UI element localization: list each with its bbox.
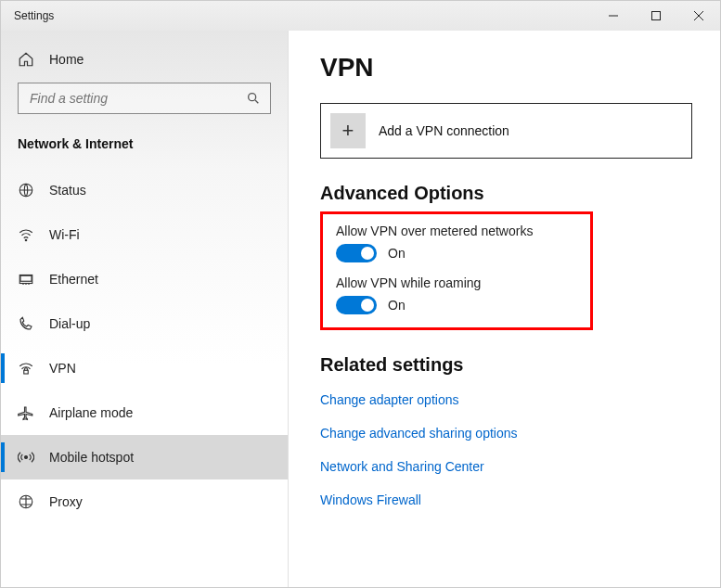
add-vpn-button[interactable]: + Add a VPN connection (320, 103, 692, 159)
minimize-icon (609, 11, 618, 20)
svg-point-4 (249, 94, 256, 101)
search-icon (246, 91, 261, 106)
svg-rect-1 (652, 12, 661, 20)
wifi-icon (18, 226, 34, 243)
link-firewall[interactable]: Windows Firewall (320, 492, 692, 507)
sidebar-item-airplane[interactable]: Airplane mode (1, 390, 288, 435)
search-input[interactable] (28, 90, 246, 107)
link-sharing-options[interactable]: Change advanced sharing options (320, 426, 692, 441)
nav-label: Wi-Fi (49, 227, 80, 242)
proxy-icon (18, 493, 34, 510)
sidebar-item-dialup[interactable]: Dial-up (1, 301, 288, 346)
dialup-icon (18, 315, 34, 332)
svg-line-5 (255, 100, 258, 103)
window-controls (592, 1, 720, 31)
main-content: VPN + Add a VPN connection Advanced Opti… (289, 31, 720, 587)
status-icon (18, 182, 34, 198)
nav-label: Airplane mode (49, 405, 133, 420)
metered-state: On (388, 246, 406, 261)
nav-label: Proxy (49, 494, 83, 509)
roaming-state: On (388, 298, 406, 313)
home-nav[interactable]: Home (1, 42, 288, 77)
sidebar-item-ethernet[interactable]: Ethernet (1, 257, 288, 301)
sidebar-item-wifi[interactable]: Wi-Fi (1, 212, 288, 257)
sidebar-item-status[interactable]: Status (1, 168, 288, 212)
sidebar-item-vpn[interactable]: VPN (1, 346, 288, 390)
metered-toggle[interactable] (336, 244, 377, 262)
add-vpn-label: Add a VPN connection (379, 123, 509, 138)
metered-label: Allow VPN over metered networks (336, 224, 577, 238)
nav-label: Ethernet (49, 272, 98, 287)
related-links: Change adapter options Change advanced s… (320, 392, 692, 507)
nav-label: Mobile hotspot (49, 450, 134, 465)
minimize-button[interactable] (592, 1, 635, 31)
maximize-icon (651, 11, 661, 20)
link-adapter-options[interactable]: Change adapter options (320, 392, 692, 407)
link-network-center[interactable]: Network and Sharing Center (320, 459, 692, 474)
roaming-toggle[interactable] (336, 296, 377, 314)
search-box[interactable] (18, 83, 271, 114)
advanced-heading: Advanced Options (320, 183, 692, 204)
nav-label: Status (49, 183, 86, 198)
ethernet-icon (18, 271, 34, 288)
vpn-icon (18, 360, 34, 377)
svg-rect-13 (24, 370, 29, 374)
category-header: Network & Internet (1, 131, 288, 168)
svg-rect-9 (20, 275, 32, 281)
nav-label: Dial-up (49, 316, 90, 331)
page-title: VPN (320, 53, 692, 83)
close-button[interactable] (677, 1, 720, 31)
svg-point-14 (25, 456, 28, 459)
titlebar: Settings (1, 1, 720, 31)
sidebar-item-proxy[interactable]: Proxy (1, 479, 288, 524)
svg-rect-8 (19, 275, 32, 284)
home-label: Home (49, 52, 84, 67)
airplane-icon (18, 404, 34, 421)
hotspot-icon (18, 449, 34, 466)
related-heading: Related settings (320, 354, 692, 376)
window-title: Settings (1, 9, 54, 22)
svg-point-7 (25, 239, 27, 241)
home-icon (18, 51, 34, 68)
nav-label: VPN (49, 361, 76, 376)
maximize-button[interactable] (635, 1, 677, 31)
close-icon (694, 11, 703, 20)
sidebar: Home Network & Internet Status Wi-Fi Eth… (1, 31, 289, 587)
highlighted-options: Allow VPN over metered networks On Allow… (320, 211, 593, 330)
roaming-label: Allow VPN while roaming (336, 275, 577, 290)
plus-icon: + (330, 113, 366, 148)
sidebar-item-hotspot[interactable]: Mobile hotspot (1, 435, 288, 479)
